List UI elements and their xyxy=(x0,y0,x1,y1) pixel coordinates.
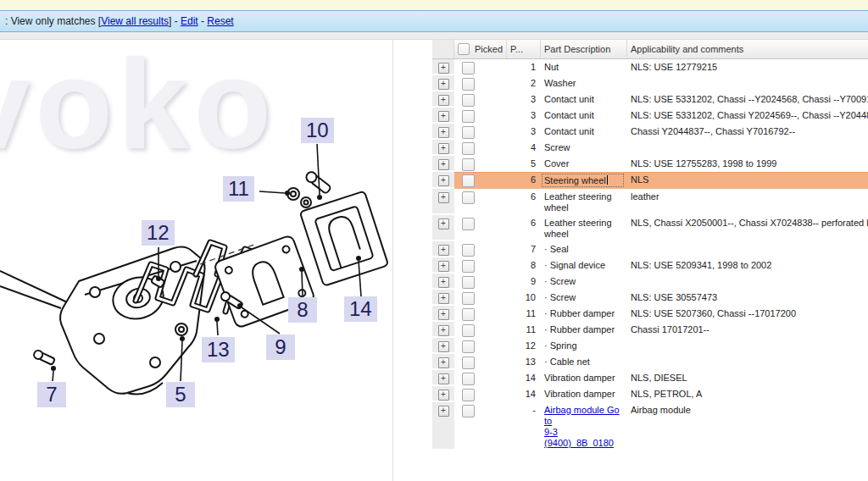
table-row: +-Airbag module Go to9-3(9400)_8B_0180Ai… xyxy=(432,402,868,451)
part-description: · Cable net xyxy=(541,354,627,370)
expand-icon[interactable]: + xyxy=(438,261,449,272)
expand-icon[interactable]: + xyxy=(438,192,449,203)
part-description: · Spring xyxy=(541,338,627,354)
row-checkbox[interactable] xyxy=(462,158,475,171)
expand-icon[interactable]: + xyxy=(438,293,449,304)
expand-icon[interactable]: + xyxy=(438,175,449,186)
expander-cell: + xyxy=(432,290,454,306)
expand-icon[interactable]: + xyxy=(438,245,449,256)
applicability xyxy=(627,241,868,257)
part-link[interactable]: Airbag module Go to9-3(9400)_8B_0180 xyxy=(544,405,620,448)
expand-icon[interactable]: + xyxy=(438,63,449,74)
applicability-header[interactable]: Applicability and comments xyxy=(627,40,868,58)
expander-cell: + xyxy=(432,140,454,156)
expand-icon[interactable]: + xyxy=(438,390,449,401)
part-label-14[interactable]: 14 xyxy=(344,296,377,322)
expand-icon[interactable]: + xyxy=(438,325,449,336)
part-number: 6 xyxy=(507,172,541,189)
expand-icon[interactable]: + xyxy=(438,127,449,138)
checkbox-cell xyxy=(454,241,507,257)
row-checkbox[interactable] xyxy=(462,340,475,353)
row-checkbox[interactable] xyxy=(462,142,475,155)
expand-icon[interactable]: + xyxy=(438,143,449,154)
part-label-11[interactable]: 11 xyxy=(223,176,254,202)
part-number-header[interactable]: P... xyxy=(507,40,541,58)
part-label-7[interactable]: 7 xyxy=(37,382,66,407)
checkbox-cell xyxy=(454,59,507,75)
row-checkbox[interactable] xyxy=(462,276,475,289)
expand-icon[interactable]: + xyxy=(438,111,449,122)
part-label-12[interactable]: 12 xyxy=(142,220,175,246)
row-checkbox[interactable] xyxy=(462,405,475,417)
part-description: Cover xyxy=(541,156,627,172)
exploded-diagram xyxy=(0,40,392,481)
table-row: +6Leather steering wheelleather xyxy=(432,189,868,215)
expander-cell: + xyxy=(432,75,454,91)
row-checkbox[interactable] xyxy=(462,94,475,107)
expand-icon[interactable]: + xyxy=(438,341,449,352)
checkbox-cell xyxy=(454,354,507,370)
expand-icon[interactable]: + xyxy=(438,309,449,320)
row-checkbox[interactable] xyxy=(462,191,475,204)
checkbox-cell xyxy=(454,370,507,386)
picked-header-label: Picked xyxy=(475,44,503,54)
table-row: +14Vibration damperNLS, DIESEL xyxy=(432,370,868,386)
checkbox-cell xyxy=(454,75,507,91)
description-header[interactable]: Part Description xyxy=(541,40,627,58)
row-checkbox[interactable] xyxy=(462,78,475,91)
checkbox-cell xyxy=(454,274,507,290)
part-description: Washer xyxy=(541,75,627,91)
part-label-9[interactable]: 9 xyxy=(266,334,295,360)
row-checkbox[interactable] xyxy=(462,260,475,273)
edit-link[interactable]: Edit xyxy=(181,15,198,27)
part-number: 3 xyxy=(507,91,541,108)
row-checkbox[interactable] xyxy=(462,110,475,123)
row-checkbox[interactable] xyxy=(462,292,475,305)
part-description: · Rubber damper xyxy=(541,322,627,338)
applicability: NLS: USE 5331202, Chassi --Y2024568, Cha… xyxy=(627,91,868,108)
select-all-checkbox[interactable] xyxy=(458,43,470,55)
row-checkbox[interactable] xyxy=(462,174,475,187)
row-checkbox[interactable] xyxy=(462,218,475,230)
parts-table-body: +1NutNLS: USE 12779215+2Washer+3Contact … xyxy=(432,59,868,481)
part-label-5[interactable]: 5 xyxy=(166,382,195,407)
part-number: - xyxy=(507,402,541,451)
row-checkbox[interactable] xyxy=(462,62,475,75)
row-checkbox[interactable] xyxy=(462,126,475,139)
part-label-13[interactable]: 13 xyxy=(202,337,235,362)
applicability xyxy=(627,75,868,91)
row-checkbox[interactable] xyxy=(462,357,475,369)
part-number: 3 xyxy=(507,108,541,124)
description-editor[interactable]: Steering wheel xyxy=(542,174,624,187)
table-row: +9· Screw xyxy=(432,274,868,290)
expand-icon[interactable]: + xyxy=(438,277,449,288)
part-label-8[interactable]: 8 xyxy=(288,297,317,323)
part-description: Contact unit xyxy=(541,91,627,108)
table-row: +11· Rubber damperChassi 17017201-- xyxy=(432,322,868,338)
expand-icon[interactable]: + xyxy=(438,79,449,90)
part-label-10[interactable]: 10 xyxy=(301,118,334,143)
checkbox-cell xyxy=(454,306,507,322)
part-number: 1 xyxy=(507,59,541,75)
applicability xyxy=(627,274,868,290)
row-checkbox[interactable] xyxy=(462,324,475,337)
table-row: +5CoverNLS: USE 12755283, 1998 to 1999 xyxy=(432,156,868,172)
expand-icon[interactable]: + xyxy=(438,406,449,417)
picked-header[interactable]: Picked xyxy=(454,40,507,58)
row-checkbox[interactable] xyxy=(462,308,475,321)
view-all-results-link[interactable]: View all results xyxy=(101,15,169,27)
checkbox-cell xyxy=(454,108,507,124)
expand-icon[interactable]: + xyxy=(438,95,449,106)
part-number: 7 xyxy=(507,241,541,257)
reset-link[interactable]: Reset xyxy=(207,15,233,27)
row-checkbox[interactable] xyxy=(462,389,475,401)
checkbox-cell xyxy=(454,402,507,451)
expand-icon[interactable]: + xyxy=(438,373,449,384)
expand-icon[interactable]: + xyxy=(438,159,449,170)
row-checkbox[interactable] xyxy=(462,373,475,385)
expand-icon[interactable]: + xyxy=(438,357,449,368)
row-checkbox[interactable] xyxy=(462,244,475,257)
table-row: +4Screw xyxy=(432,140,868,156)
expand-icon[interactable]: + xyxy=(438,218,449,229)
part-number: 11 xyxy=(507,322,541,338)
